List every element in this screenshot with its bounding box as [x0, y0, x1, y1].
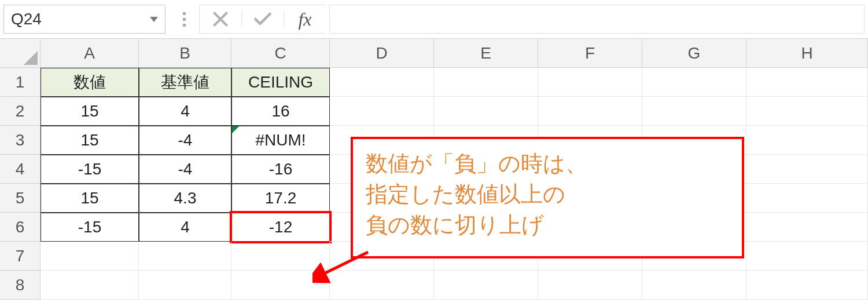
x-icon	[213, 12, 228, 27]
check-icon	[254, 12, 271, 27]
select-all-triangle[interactable]	[0, 39, 41, 68]
cell-F8[interactable]	[538, 271, 642, 300]
cell-A3[interactable]: 15	[41, 126, 139, 155]
cell-A8[interactable]	[41, 271, 139, 300]
name-box-dropdown-icon[interactable]	[150, 17, 158, 22]
cell-D1[interactable]	[330, 68, 434, 97]
cell-H1[interactable]	[746, 68, 868, 97]
col-header-B[interactable]: B	[139, 39, 231, 68]
cell-B6[interactable]: 4	[139, 213, 231, 242]
cell-A2[interactable]: 15	[41, 97, 139, 126]
row-header-6[interactable]: 6	[0, 213, 41, 242]
cell-B8[interactable]	[139, 271, 231, 300]
cell-E1[interactable]	[434, 68, 538, 97]
row-header-1[interactable]: 1	[0, 68, 41, 97]
vertical-dots-icon	[183, 12, 186, 27]
cell-H8[interactable]	[746, 271, 868, 300]
row-header-4[interactable]: 4	[0, 155, 41, 184]
annotation-callout: 数値が「負」の時は、 指定した数値以上の 負の数に切り上げ	[351, 137, 744, 258]
formula-bar: Q24 fx	[0, 0, 868, 39]
cell-A5[interactable]: 15	[41, 184, 139, 213]
name-box[interactable]: Q24	[3, 5, 165, 34]
cell-E8[interactable]	[434, 271, 538, 300]
col-header-F[interactable]: F	[538, 39, 642, 68]
cell-C5[interactable]: 17.2	[231, 184, 330, 213]
cell-C1[interactable]: CEILING	[231, 68, 330, 97]
cell-C6[interactable]: -12	[231, 213, 330, 242]
row-header-7[interactable]: 7	[0, 242, 41, 271]
col-header-E[interactable]: E	[434, 39, 538, 68]
cell-C3[interactable]: #NUM!	[231, 126, 330, 155]
col-header-D[interactable]: D	[330, 39, 434, 68]
cell-C8[interactable]	[231, 271, 330, 300]
cell-B3[interactable]: -4	[139, 126, 231, 155]
cell-B7[interactable]	[139, 242, 231, 271]
annotation-line1: 数値が「負」の時は、	[366, 148, 729, 179]
annotation-line3: 負の数に切り上げ	[366, 210, 729, 241]
cell-A6[interactable]: -15	[41, 213, 139, 242]
cell-A1[interactable]: 数値	[41, 68, 139, 97]
cell-D2[interactable]	[330, 97, 434, 126]
cell-G1[interactable]	[642, 68, 746, 97]
cell-B5[interactable]: 4.3	[139, 184, 231, 213]
row-header-3[interactable]: 3	[0, 126, 41, 155]
row-header-8[interactable]: 8	[0, 271, 41, 300]
cell-H7[interactable]	[746, 242, 868, 271]
formula-bar-options[interactable]	[172, 5, 196, 34]
cell-G2[interactable]	[642, 97, 746, 126]
col-header-G[interactable]: G	[642, 39, 746, 68]
cell-D8[interactable]	[330, 271, 434, 300]
cell-C2[interactable]: 16	[231, 97, 330, 126]
col-header-C[interactable]: C	[231, 39, 330, 68]
cell-F2[interactable]	[538, 97, 642, 126]
enter-button[interactable]	[242, 12, 284, 27]
name-box-value: Q24	[11, 10, 150, 28]
row-header-5[interactable]: 5	[0, 184, 41, 213]
cell-E2[interactable]	[434, 97, 538, 126]
col-header-A[interactable]: A	[41, 39, 139, 68]
cell-H2[interactable]	[746, 97, 868, 126]
annotation-line2: 指定した数値以上の	[366, 179, 729, 210]
worksheet-grid[interactable]: A B C D E F G H 1 数値 基準値 CEILING 2 15 4 …	[0, 39, 868, 300]
row-header-2[interactable]: 2	[0, 97, 41, 126]
cell-H3[interactable]	[746, 126, 868, 155]
cell-H4[interactable]	[746, 155, 868, 184]
cancel-button[interactable]	[200, 12, 241, 27]
cell-H6[interactable]	[746, 213, 868, 242]
cell-H5[interactable]	[746, 184, 868, 213]
insert-function-button[interactable]: fx	[284, 9, 326, 30]
cell-A4[interactable]: -15	[41, 155, 139, 184]
cell-F1[interactable]	[538, 68, 642, 97]
cell-B2[interactable]: 4	[139, 97, 231, 126]
cell-C7[interactable]	[231, 242, 330, 271]
col-header-H[interactable]: H	[746, 39, 868, 68]
cell-B1[interactable]: 基準値	[139, 68, 231, 97]
cell-A7[interactable]	[41, 242, 139, 271]
formula-buttons: fx	[199, 5, 326, 34]
cell-G8[interactable]	[642, 271, 746, 300]
cell-C4[interactable]: -16	[231, 155, 330, 184]
formula-input[interactable]	[329, 5, 865, 34]
fx-icon: fx	[298, 9, 311, 30]
cell-B4[interactable]: -4	[139, 155, 231, 184]
